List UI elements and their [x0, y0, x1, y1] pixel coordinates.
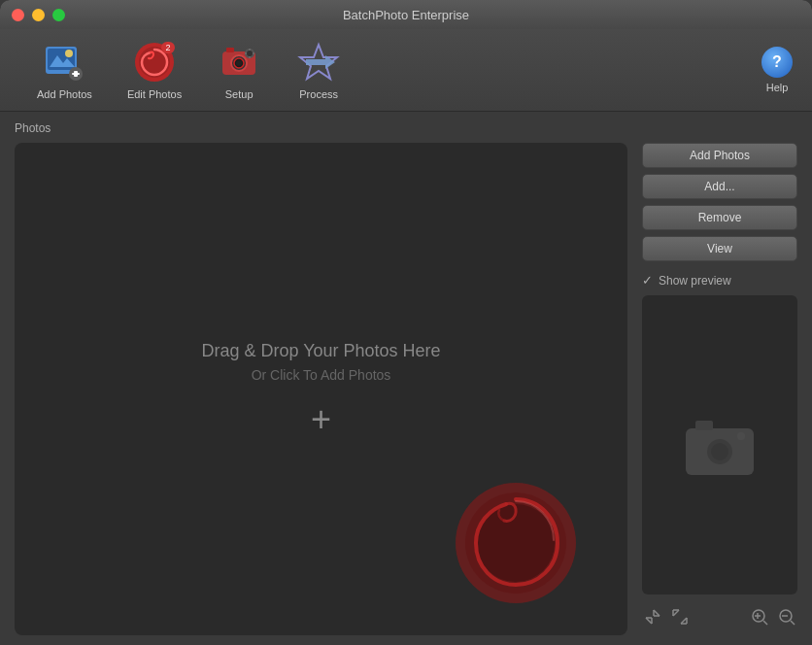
preview-box [642, 295, 797, 594]
toolbar-item-setup[interactable]: Setup [199, 32, 279, 108]
svg-point-28 [711, 443, 728, 460]
svg-line-37 [673, 610, 679, 616]
compress-button[interactable] [642, 606, 663, 631]
svg-line-36 [654, 610, 660, 616]
preview-camera-icon [681, 411, 759, 479]
toolbar-item-add-photos[interactable]: Add Photos [19, 32, 110, 108]
svg-rect-13 [226, 48, 234, 52]
setup-icon [217, 40, 261, 85]
remove-button[interactable]: Remove [642, 205, 797, 230]
view-button[interactable]: View [642, 236, 797, 261]
zoom-out-button[interactable] [776, 606, 797, 631]
svg-line-35 [646, 618, 652, 624]
panel-buttons: Add Photos Add... Remove View [642, 143, 797, 261]
edit-photos-label: Edit Photos [127, 88, 182, 100]
drop-zone-main-text: Drag & Drop Your Photos Here [201, 341, 440, 361]
add-photos-icon [42, 40, 86, 85]
svg-rect-18 [245, 52, 247, 54]
svg-line-46 [763, 621, 767, 625]
help-icon: ? [772, 53, 782, 71]
svg-rect-6 [72, 73, 80, 75]
spiral-watermark [453, 480, 579, 606]
help-container[interactable]: ? Help [761, 47, 793, 93]
svg-rect-17 [249, 56, 251, 58]
maximize-button[interactable] [52, 9, 65, 21]
show-preview-row[interactable]: ✓ Show preview [642, 273, 797, 288]
svg-point-15 [247, 51, 253, 56]
zoom-in-button[interactable] [749, 606, 770, 631]
add-photos-button[interactable]: Add Photos [642, 143, 797, 168]
close-button[interactable] [12, 9, 24, 21]
preview-controls [642, 602, 797, 635]
toolbar: Add Photos 2 Edit Photos [0, 29, 812, 112]
svg-rect-16 [249, 49, 251, 51]
show-preview-checkmark: ✓ [642, 273, 653, 288]
svg-rect-19 [253, 52, 254, 54]
edit-photos-icon-container: 2 [132, 40, 177, 85]
add-photos-label: Add Photos [37, 88, 92, 100]
svg-point-12 [236, 60, 242, 66]
help-button[interactable]: ? [761, 47, 793, 78]
svg-point-30 [737, 432, 745, 440]
zoom-out-icon [778, 608, 795, 626]
compress-icon [644, 608, 661, 626]
main-content: Photos Drag & Drop Your Photos Here Or C… [0, 112, 812, 645]
show-preview-label: Show preview [659, 274, 731, 288]
drop-zone[interactable]: Drag & Drop Your Photos Here Or Click To… [15, 143, 627, 635]
title-bar: BatchPhoto Enterprise [0, 0, 812, 29]
svg-point-3 [65, 50, 73, 57]
svg-line-49 [791, 621, 795, 625]
svg-line-40 [681, 618, 687, 624]
toolbar-item-edit-photos[interactable]: 2 Edit Photos [110, 32, 199, 108]
right-panel: Add Photos Add... Remove View ✓ Show pre… [642, 143, 797, 635]
add-ellipsis-button[interactable]: Add... [642, 174, 797, 199]
expand-icon [671, 608, 689, 626]
minimize-button[interactable] [32, 9, 45, 21]
zoom-in-icon [751, 608, 768, 626]
expand-button[interactable] [669, 606, 691, 631]
process-label: Process [299, 88, 338, 100]
setup-label: Setup [225, 88, 254, 100]
window-controls[interactable] [12, 9, 65, 21]
zoom-controls [749, 606, 797, 631]
help-label: Help [766, 82, 789, 93]
window-title: BatchPhoto Enterprise [343, 8, 469, 22]
content-area: Drag & Drop Your Photos Here Or Click To… [15, 143, 797, 635]
toolbar-item-process[interactable]: Process [279, 32, 358, 108]
edit-photos-badge: 2 [161, 42, 175, 53]
process-icon [296, 40, 341, 85]
svg-rect-29 [695, 421, 713, 430]
drop-zone-sub-text: Or Click To Add Photos [252, 367, 391, 383]
toolbar-items: Add Photos 2 Edit Photos [19, 32, 358, 108]
section-title: Photos [15, 121, 797, 135]
fit-controls [642, 606, 691, 631]
add-icon: + [311, 402, 331, 437]
